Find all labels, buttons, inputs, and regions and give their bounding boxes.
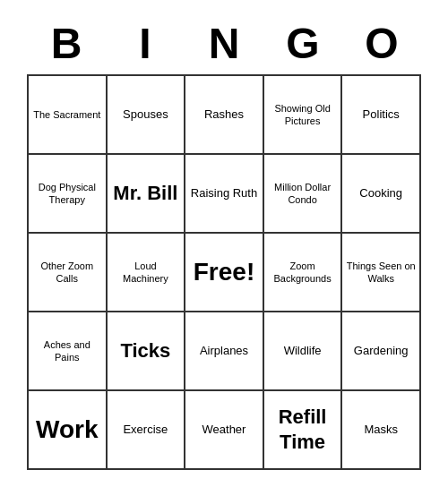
- cell-text: Refill Time: [268, 405, 338, 456]
- bingo-cell[interactable]: Weather: [185, 391, 264, 470]
- bingo-cell[interactable]: Politics: [342, 76, 421, 155]
- bingo-cell[interactable]: Gardening: [342, 312, 421, 391]
- bingo-cell[interactable]: Dog Physical Therapy: [29, 155, 108, 234]
- bingo-cell[interactable]: Free!: [185, 234, 264, 312]
- bingo-cell[interactable]: Cooking: [342, 155, 421, 234]
- cell-text: Loud Machinery: [111, 260, 181, 286]
- cell-text: Zoom Backgrounds: [268, 260, 338, 286]
- bingo-cell[interactable]: Rashes: [185, 76, 264, 155]
- cell-text: Gardening: [354, 344, 409, 359]
- bingo-cell[interactable]: Masks: [342, 391, 421, 470]
- cell-text: Work: [36, 414, 99, 446]
- bingo-card: BINGO The SacramentSpousesRashesShowing …: [18, 8, 430, 480]
- cell-text: Million Dollar Condo: [268, 181, 338, 207]
- cell-text: Cooking: [359, 186, 402, 201]
- header-letter: O: [342, 17, 421, 72]
- bingo-cell[interactable]: Things Seen on Walks: [342, 234, 421, 312]
- bingo-cell[interactable]: Airplanes: [185, 312, 264, 391]
- bingo-cell[interactable]: Wildlife: [264, 312, 343, 391]
- bingo-cell[interactable]: Spouses: [108, 76, 186, 155]
- cell-text: Mr. Bill: [113, 181, 177, 207]
- bingo-grid: The SacramentSpousesRashesShowing Old Pi…: [27, 74, 421, 470]
- bingo-cell[interactable]: Loud Machinery: [108, 234, 186, 312]
- cell-text: Airplanes: [200, 344, 248, 359]
- header-letter: N: [185, 17, 263, 72]
- cell-text: Politics: [363, 107, 400, 123]
- bingo-cell[interactable]: Exercise: [108, 391, 186, 470]
- cell-text: The Sacrament: [33, 108, 100, 121]
- cell-text: Masks: [364, 423, 398, 438]
- cell-text: Showing Old Pictures: [268, 102, 338, 128]
- cell-text: Raising Ruth: [191, 186, 257, 201]
- bingo-cell[interactable]: Refill Time: [264, 391, 343, 470]
- bingo-cell[interactable]: Million Dollar Condo: [264, 155, 343, 234]
- header-letter: G: [263, 17, 342, 72]
- bingo-cell[interactable]: Showing Old Pictures: [264, 76, 343, 155]
- cell-text: Other Zoom Calls: [32, 260, 102, 286]
- cell-text: Wildlife: [284, 344, 322, 359]
- bingo-cell[interactable]: Raising Ruth: [185, 155, 264, 234]
- cell-text: Things Seen on Walks: [346, 260, 416, 286]
- cell-text: Exercise: [123, 423, 168, 438]
- bingo-header: BINGO: [27, 17, 421, 72]
- header-letter: B: [27, 17, 106, 72]
- bingo-cell[interactable]: The Sacrament: [29, 76, 108, 155]
- bingo-cell[interactable]: Ticks: [108, 312, 186, 391]
- cell-text: Free!: [194, 256, 254, 288]
- cell-text: Aches and Pains: [32, 338, 102, 364]
- header-letter: I: [106, 17, 185, 72]
- bingo-cell[interactable]: Aches and Pains: [29, 312, 108, 391]
- cell-text: Rashes: [204, 107, 244, 123]
- cell-text: Spouses: [123, 107, 168, 123]
- bingo-cell[interactable]: Work: [29, 391, 108, 470]
- bingo-cell[interactable]: Other Zoom Calls: [29, 234, 108, 312]
- cell-text: Weather: [202, 423, 246, 438]
- bingo-cell[interactable]: Mr. Bill: [108, 155, 186, 234]
- cell-text: Dog Physical Therapy: [32, 181, 102, 207]
- bingo-cell[interactable]: Zoom Backgrounds: [264, 234, 343, 312]
- cell-text: Ticks: [120, 338, 170, 364]
